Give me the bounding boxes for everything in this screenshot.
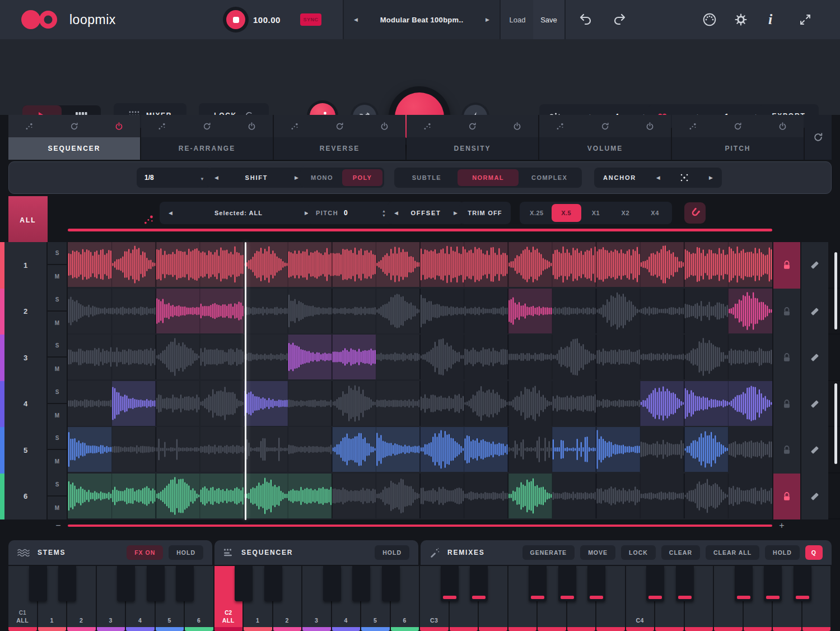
anchor-right-icon[interactable]: [709, 175, 713, 180]
track-lock-button[interactable]: [772, 335, 800, 381]
midi-icon[interactable]: [702, 12, 717, 27]
selected-prev-icon[interactable]: [169, 211, 172, 216]
waveform[interactable]: [68, 335, 772, 379]
offset-left-icon[interactable]: [394, 211, 398, 216]
refresh-icon[interactable]: [601, 122, 609, 131]
waveform[interactable]: [68, 427, 772, 472]
loop-region-bar[interactable]: [68, 229, 772, 231]
piano-key-black[interactable]: [323, 566, 341, 601]
scrollbar-thumb[interactable]: [834, 252, 837, 330]
poly-toggle[interactable]: POLY: [342, 169, 382, 186]
track-erase-button[interactable]: [800, 474, 828, 520]
stop-button[interactable]: [223, 7, 249, 33]
piano-key-black[interactable]: [587, 566, 605, 601]
speed-x2[interactable]: X2: [610, 204, 640, 222]
sequencer-hold-button[interactable]: HOLD: [375, 545, 409, 560]
bpm-display[interactable]: 100.00: [253, 0, 281, 39]
mute-button[interactable]: M: [48, 404, 68, 427]
scatter-dots-icon[interactable]: [556, 122, 564, 131]
refresh-icon[interactable]: [468, 122, 477, 131]
track-number[interactable]: 5: [4, 427, 48, 474]
track-waveform-lane[interactable]: [68, 289, 772, 335]
module-tab-pitch[interactable]: PITCH: [672, 115, 804, 160]
piano-key-black[interactable]: [558, 566, 576, 601]
piano-key-black[interactable]: [735, 566, 753, 601]
scatter-dots-icon[interactable]: [291, 122, 299, 131]
piano-key-black[interactable]: [176, 566, 194, 601]
waveform[interactable]: [68, 474, 772, 518]
timeline-bar[interactable]: [68, 525, 772, 527]
pitch-stepper[interactable]: ▲▼: [382, 209, 386, 217]
power-icon[interactable]: [646, 122, 654, 131]
rate-dropdown[interactable]: 1/8: [137, 168, 212, 188]
track-erase-button[interactable]: [800, 381, 828, 428]
piano-key-black[interactable]: [29, 566, 47, 601]
scrollbar-thumb[interactable]: [834, 383, 837, 464]
preset-prev-icon[interactable]: [354, 17, 358, 22]
trim-toggle[interactable]: TRIM OFF: [459, 202, 511, 224]
solo-button[interactable]: S: [48, 427, 68, 450]
anchor-left-icon[interactable]: [656, 175, 660, 180]
selected-track-label[interactable]: Selected: ALL: [214, 210, 263, 216]
speed-x1[interactable]: X1: [581, 204, 611, 222]
zoom-in-button[interactable]: [775, 520, 788, 531]
zoom-out-button[interactable]: [52, 520, 65, 531]
solo-button[interactable]: S: [48, 381, 68, 404]
module-tab-label[interactable]: DENSITY: [407, 137, 538, 160]
module-tab-reverse[interactable]: REVERSE: [274, 115, 405, 160]
piano-key-black[interactable]: [764, 566, 782, 601]
power-icon[interactable]: [513, 122, 521, 131]
piano-key-black[interactable]: [117, 566, 135, 601]
fx-on-button[interactable]: FX ON: [127, 545, 163, 560]
track-lock-button[interactable]: [772, 427, 800, 474]
complex-toggle[interactable]: COMPLEX: [519, 169, 580, 186]
track-erase-button[interactable]: [800, 242, 828, 289]
sync-button[interactable]: SYNC: [300, 13, 321, 26]
module-tab-label[interactable]: PITCH: [672, 137, 804, 160]
scatter-dots-icon[interactable]: [158, 122, 166, 131]
shift-right-icon[interactable]: [295, 175, 298, 180]
piano-key-black[interactable]: [235, 566, 253, 601]
mute-button[interactable]: M: [48, 358, 68, 381]
scatter-dots-icon[interactable]: [689, 122, 697, 131]
piano-key-black[interactable]: [794, 566, 811, 601]
piano-key-black[interactable]: [147, 566, 165, 601]
scatter-dots-icon[interactable]: [25, 122, 34, 131]
piano-key-black[interactable]: [676, 566, 694, 601]
solo-button[interactable]: S: [48, 242, 68, 265]
module-tab-volume[interactable]: VOLUME: [539, 115, 671, 160]
module-tab-label[interactable]: REVERSE: [274, 137, 405, 160]
refresh-icon[interactable]: [70, 122, 78, 131]
quantize-button[interactable]: Q: [805, 545, 823, 560]
module-tab-density[interactable]: DENSITY: [407, 115, 538, 160]
waveform[interactable]: [68, 289, 772, 333]
track-number[interactable]: 6: [4, 474, 48, 520]
piano-key-black[interactable]: [382, 566, 400, 601]
track-erase-button[interactable]: [800, 335, 828, 381]
piano-key-black[interactable]: [58, 566, 76, 601]
track-number[interactable]: 1: [4, 242, 48, 289]
clear-all-button[interactable]: CLEAR ALL: [706, 545, 759, 560]
info-icon[interactable]: [768, 11, 772, 28]
track-waveform-lane[interactable]: [68, 427, 772, 474]
waveform[interactable]: [68, 381, 772, 426]
module-tab-label[interactable]: RE-ARRANGE: [141, 137, 273, 160]
track-waveform-lane[interactable]: [68, 242, 772, 289]
remix-hold-button[interactable]: HOLD: [765, 545, 800, 560]
piano-key-black[interactable]: [441, 566, 459, 601]
randomize-all-button[interactable]: [805, 115, 832, 160]
track-erase-button[interactable]: [800, 289, 828, 335]
piano-key-black[interactable]: [264, 566, 282, 601]
select-all-cell[interactable]: ALL: [8, 196, 48, 244]
speed-x025[interactable]: X.25: [522, 204, 552, 222]
track-lock-button[interactable]: [772, 381, 800, 428]
piano-key-black[interactable]: [529, 566, 547, 601]
mute-button[interactable]: M: [48, 497, 68, 519]
speed-x4[interactable]: X4: [640, 204, 670, 222]
clear-button[interactable]: CLEAR: [661, 545, 700, 560]
track-lock-button[interactable]: [772, 289, 800, 335]
mono-toggle[interactable]: MONO: [302, 169, 342, 186]
module-tab-sequencer[interactable]: SEQUENCER: [8, 115, 140, 160]
redo-icon[interactable]: [613, 13, 627, 26]
expand-icon[interactable]: [800, 14, 811, 25]
